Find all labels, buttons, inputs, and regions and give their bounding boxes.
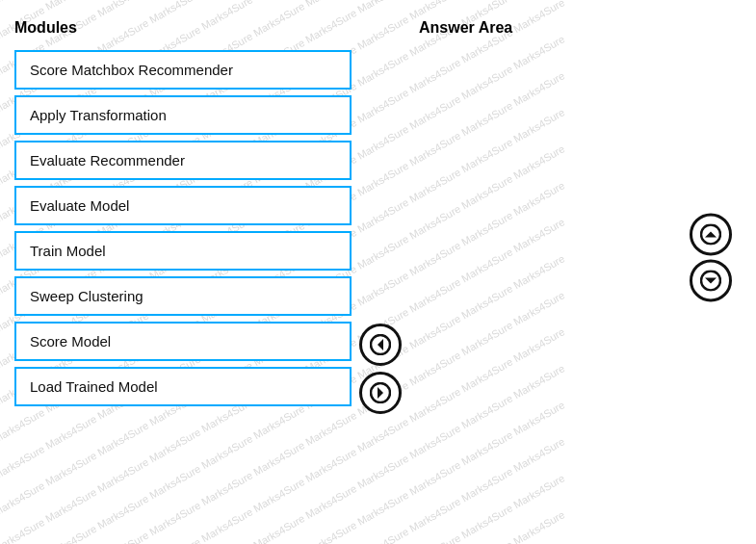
answer-area <box>419 50 742 517</box>
right-arrows <box>690 213 732 301</box>
middle-arrows <box>352 58 409 525</box>
move-left-button[interactable] <box>359 324 402 366</box>
module-item-train-model[interactable]: Train Model <box>14 231 352 271</box>
modules-panel: Modules Score Matchbox RecommenderApply … <box>14 19 352 525</box>
module-item-sweep-clustering[interactable]: Sweep Clustering <box>14 276 352 316</box>
svg-marker-3 <box>378 387 383 399</box>
move-up-button[interactable] <box>690 213 732 255</box>
move-down-button[interactable] <box>690 259 732 301</box>
svg-marker-1 <box>378 339 383 350</box>
module-item-score-model[interactable]: Score Model <box>14 322 352 361</box>
answer-panel: Answer Area <box>419 19 742 525</box>
answer-title: Answer Area <box>419 19 742 37</box>
module-item-load-trained-model[interactable]: Load Trained Model <box>14 367 352 406</box>
modules-list: Score Matchbox RecommenderApply Transfor… <box>14 50 352 406</box>
module-item-apply-transformation[interactable]: Apply Transformation <box>14 95 352 135</box>
modules-title: Modules <box>14 19 352 37</box>
svg-marker-5 <box>705 231 717 237</box>
move-right-button[interactable] <box>359 372 402 414</box>
module-item-evaluate-recommender[interactable]: Evaluate Recommender <box>14 141 352 180</box>
module-item-evaluate-model[interactable]: Evaluate Model <box>14 186 352 225</box>
module-item-score-matchbox[interactable]: Score Matchbox Recommender <box>14 50 352 90</box>
svg-marker-7 <box>705 277 717 283</box>
